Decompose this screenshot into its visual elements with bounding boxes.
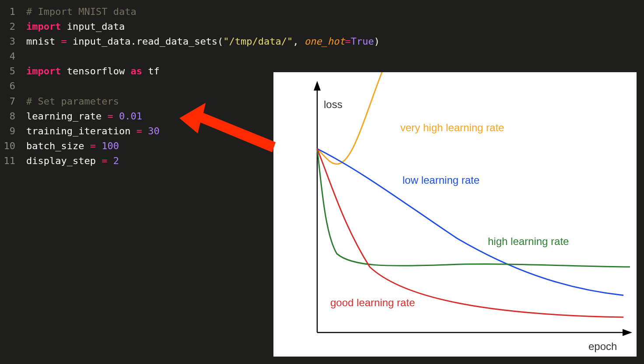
comment: # Set parameters <box>26 96 119 107</box>
code-line: 1 # Import MNIST data <box>0 4 644 19</box>
as-keyword: as <box>130 66 142 77</box>
line-number: 6 <box>0 79 26 94</box>
line-number: 1 <box>0 4 26 19</box>
line-number: 11 <box>0 154 26 168</box>
variable-iterations: training_iteration <box>26 126 130 136</box>
chart-svg: loss epoch very high learning rate low l… <box>273 72 637 357</box>
module-name: input_data <box>67 21 125 32</box>
x-axis-label: epoch <box>588 340 617 352</box>
number-literal: 100 <box>102 140 119 151</box>
label-low: low learning rate <box>402 174 480 186</box>
label-high: high learning rate <box>488 235 569 247</box>
code-line: 3 mnist = input_data.read_data_sets("/tm… <box>0 34 644 49</box>
label-very-high: very high learning rate <box>400 122 504 133</box>
line-number: 7 <box>0 94 26 109</box>
line-number: 4 <box>0 49 26 64</box>
number-literal: 30 <box>148 126 160 136</box>
number-literal: 0.01 <box>119 111 142 122</box>
function-call: input_data.read_data_sets( <box>73 36 223 47</box>
boolean-value: True <box>351 36 374 47</box>
code-line: 4 <box>0 49 644 64</box>
module-name: tensorflow <box>67 66 125 77</box>
y-axis-arrow-icon <box>314 81 321 91</box>
number-literal: 2 <box>113 155 119 166</box>
learning-rate-chart: loss epoch very high learning rate low l… <box>273 72 637 357</box>
y-axis-label: loss <box>324 98 343 110</box>
line-number: 2 <box>0 19 26 34</box>
curve-high <box>317 149 630 267</box>
label-good: good learning rate <box>330 297 415 308</box>
curve-very-high <box>317 72 389 164</box>
curve-low <box>317 149 623 295</box>
line-number: 9 <box>0 124 26 139</box>
line-number: 10 <box>0 139 26 154</box>
x-axis-arrow-icon <box>623 329 632 336</box>
kwarg-name: one_hot <box>304 36 345 47</box>
comment: # Import MNIST data <box>26 6 136 17</box>
variable-batch-size: batch_size <box>26 140 84 151</box>
variable: mnist <box>26 36 55 47</box>
import-keyword: import <box>26 21 61 32</box>
equals-operator: = <box>55 36 73 47</box>
code-line: 2 import input_data <box>0 19 644 34</box>
line-number: 5 <box>0 64 26 79</box>
variable-learning-rate: learning_rate <box>26 111 102 122</box>
import-keyword: import <box>26 66 61 77</box>
line-number: 8 <box>0 109 26 124</box>
alias: tf <box>148 66 160 77</box>
line-number: 3 <box>0 34 26 49</box>
string-literal: "/tmp/data/" <box>223 36 293 47</box>
variable-display-step: display_step <box>26 155 96 166</box>
